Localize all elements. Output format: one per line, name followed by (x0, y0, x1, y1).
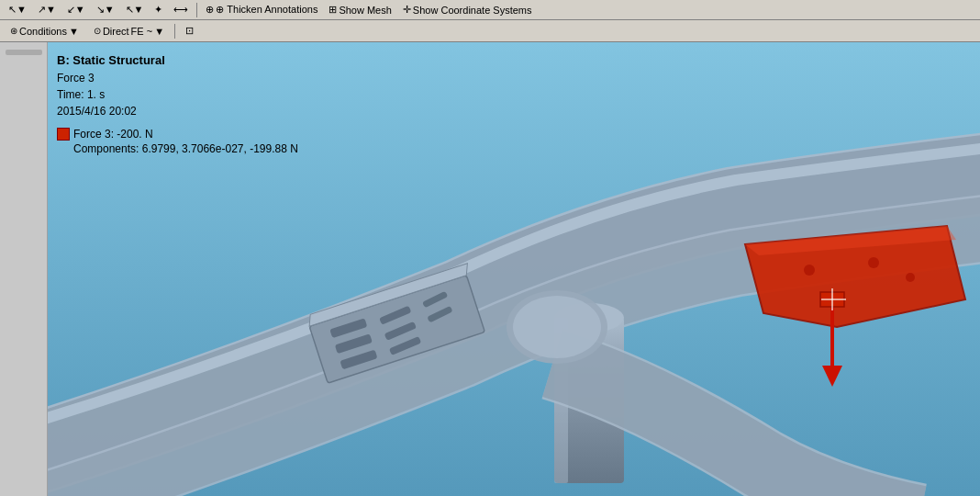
svg-point-21 (906, 273, 915, 282)
sep2 (174, 24, 175, 39)
conditions-dropdown-icon: ▼ (69, 26, 79, 37)
show-coord-label: Show Coordinate Systems (413, 5, 532, 16)
thicken-icon: ⊕ (206, 4, 214, 16)
svg-point-6 (513, 296, 601, 358)
conditions-icon: ⊛ (10, 26, 17, 36)
conditions-btn[interactable]: ⊛ Conditions ▼ (4, 22, 85, 40)
side-handle[interactable] (6, 50, 42, 55)
main-toolbar: ↖▼ ↗▼ ↙▼ ↘▼ ↖▼ ✦ ⟷ ⊕ ⊕ Thicken Annotatio… (0, 0, 980, 20)
misc-btn[interactable]: ⊡ (179, 22, 200, 40)
side-panel (0, 42, 48, 496)
mesh-icon: ⊞ (329, 4, 337, 16)
tool4-btn[interactable]: ↘▼ (92, 2, 119, 18)
select-arrow2-btn[interactable]: ↗▼ (33, 2, 61, 18)
viewport[interactable]: B: Static Structural Force 3 Time: 1. s … (48, 42, 980, 496)
show-mesh-btn[interactable]: ⊞ Show Mesh (324, 2, 395, 18)
thicken-label: ⊕ Thicken Annotations (216, 4, 317, 16)
secondary-toolbar: ⊛ Conditions ▼ ⊙ Direct FE ~ ▼ ⊡ (0, 20, 980, 42)
sep1 (196, 3, 197, 17)
select-arrow-btn[interactable]: ↖▼ (4, 2, 31, 18)
tool3-btn[interactable]: ↙▼ (62, 2, 90, 18)
fe-dropdown-icon: ▼ (154, 26, 164, 37)
coord-icon: ✛ (403, 4, 411, 16)
tool6-btn[interactable]: ✦ (150, 2, 167, 18)
main-area: B: Static Structural Force 3 Time: 1. s … (0, 42, 980, 496)
misc-icon: ⊡ (185, 25, 194, 37)
tool5-btn[interactable]: ↖▼ (121, 2, 149, 18)
direct-fe-label: Direct (103, 26, 129, 37)
show-mesh-label: Show Mesh (339, 5, 391, 16)
svg-point-20 (868, 257, 879, 268)
scene-svg (48, 42, 980, 496)
direct-fe-btn[interactable]: ⊙ Direct FE ~ ▼ (87, 22, 171, 40)
thicken-annotations-btn[interactable]: ⊕ ⊕ Thicken Annotations (201, 2, 322, 18)
fe-label: FE ~ (131, 26, 153, 37)
tool7-btn[interactable]: ⟷ (169, 2, 193, 18)
svg-point-19 (804, 265, 815, 276)
direct-fe-icon: ⊙ (94, 26, 101, 36)
show-coordinate-systems-btn[interactable]: ✛ Show Coordinate Systems (398, 2, 537, 18)
conditions-label: Conditions (19, 26, 67, 37)
